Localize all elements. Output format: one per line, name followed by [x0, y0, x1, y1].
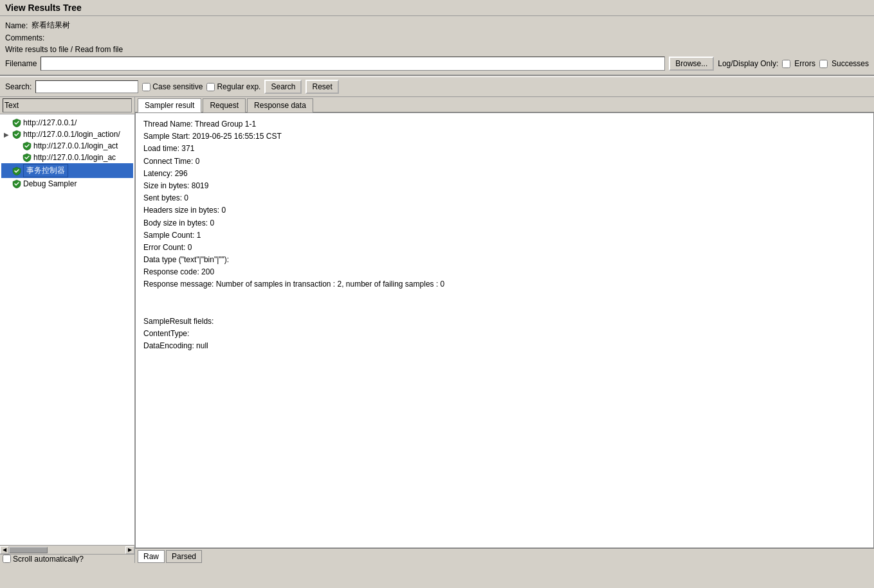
content-line: Body size in bytes: 0 — [143, 217, 866, 229]
shield-icon — [12, 129, 22, 139]
filename-input[interactable] — [41, 57, 665, 71]
browse-button[interactable]: Browse... — [669, 57, 714, 71]
name-label: Name: — [5, 21, 28, 30]
scroll-right-arrow[interactable]: ▶ — [125, 546, 134, 554]
content-line: DataEncoding: null — [143, 340, 866, 352]
content-line: Response code: 200 — [143, 266, 866, 278]
scroll-left-arrow[interactable]: ◀ — [0, 546, 9, 554]
scroll-auto-bar: Scroll automatically? — [0, 554, 134, 563]
left-panel: Text http://127.0.0.1/▶http://127.0.0.1/… — [0, 97, 135, 563]
window-title: View Results Tree — [5, 3, 82, 13]
content-line: SampleResult fields: — [143, 316, 866, 328]
log-display-label: Log/Display Only: — [718, 59, 778, 68]
content-line: Data type ("text"|"bin"|""): — [143, 254, 866, 266]
tree-item-label: http://127.0.0.1/login_act — [33, 141, 118, 150]
shield-icon — [12, 118, 22, 128]
errors-checkbox[interactable] — [782, 60, 790, 68]
header-section: Name: 察看结果树 Comments: Write results to f… — [0, 16, 874, 75]
name-row: Name: 察看结果树 — [5, 19, 869, 32]
content-line: Size in bytes: 8019 — [143, 180, 866, 192]
bottom-tab-raw[interactable]: Raw — [138, 550, 165, 563]
case-sensitive-label[interactable]: Case sensitive — [142, 82, 203, 91]
content-line — [143, 291, 866, 303]
content-line: Connect Time: 0 — [143, 156, 866, 168]
regular-exp-label[interactable]: Regular exp. — [206, 82, 260, 91]
regular-exp-checkbox[interactable] — [206, 83, 215, 91]
shield-icon — [22, 152, 32, 163]
tree-item-label: http://127.0.0.1/login_action/ — [23, 130, 120, 139]
tab-content: Thread Name: Thread Group 1-1Sample Star… — [135, 112, 874, 548]
text-dropdown[interactable]: Text — [3, 98, 132, 112]
reset-button[interactable]: Reset — [305, 80, 338, 94]
content-line — [143, 303, 866, 316]
successes-label: Successes — [832, 59, 869, 68]
content-line: Thread Name: Thread Group 1-1 — [143, 118, 866, 130]
content-line: Headers size in bytes: 0 — [143, 204, 866, 217]
write-results-label: Write results to file / Read from file — [5, 44, 869, 55]
tree-item-label: http://127.0.0.1/login_ac — [33, 153, 116, 162]
tree-container[interactable]: http://127.0.0.1/▶http://127.0.0.1/login… — [0, 114, 134, 545]
right-panel: Sampler resultRequestResponse data Threa… — [135, 97, 874, 563]
content-line: Load time: 371 — [143, 143, 866, 155]
successes-checkbox[interactable] — [819, 60, 828, 68]
tab-response[interactable]: Response data — [247, 98, 313, 112]
tree-item[interactable]: http://127.0.0.1/login_ac — [12, 152, 133, 163]
tab-sampler[interactable]: Sampler result — [138, 98, 201, 112]
left-panel-header: Text — [0, 97, 134, 114]
log-display-row: Log/Display Only: Errors Successes — [718, 59, 869, 68]
scroll-thumb[interactable] — [9, 547, 48, 553]
shield-icon — [12, 179, 22, 189]
filename-label: Filename — [5, 59, 37, 68]
search-input[interactable] — [35, 80, 138, 93]
tree-item-label: http://127.0.0.1/ — [23, 118, 77, 127]
content-line: Sample Count: 1 — [143, 229, 866, 242]
content-line: Error Count: 0 — [143, 242, 866, 254]
content-line: Sample Start: 2019-06-25 16:55:15 CST — [143, 130, 866, 143]
scroll-auto-label[interactable]: Scroll automatically? — [3, 555, 84, 564]
tree-item[interactable]: Debug Sampler — [1, 178, 133, 190]
search-bar: Search: Case sensitive Regular exp. Sear… — [0, 77, 874, 97]
content-line: Response message: Number of samples in t… — [143, 278, 866, 290]
name-value: 察看结果树 — [32, 20, 70, 31]
tree-item-label: Debug Sampler — [23, 179, 77, 188]
main-layout: Text http://127.0.0.1/▶http://127.0.0.1/… — [0, 97, 874, 563]
shield-icon — [12, 166, 22, 176]
tree-item[interactable]: ▶http://127.0.0.1/login_action/ — [1, 129, 133, 140]
bottom-tab-parsed[interactable]: Parsed — [166, 550, 202, 563]
shield-icon — [22, 141, 32, 151]
tree-item[interactable]: http://127.0.0.1/ — [1, 117, 133, 129]
case-sensitive-checkbox[interactable] — [142, 83, 150, 91]
search-label: Search: — [5, 82, 32, 91]
title-bar: View Results Tree — [0, 0, 874, 16]
left-scrollbar[interactable]: ◀ ▶ — [0, 545, 134, 554]
tabs-header: Sampler resultRequestResponse data — [135, 97, 874, 112]
tab-request[interactable]: Request — [203, 98, 246, 112]
content-line: Sent bytes: 0 — [143, 192, 866, 204]
tree-item[interactable]: 事务控制器 — [1, 163, 133, 178]
comments-label: Comments: — [5, 33, 44, 42]
bottom-tabs: RawParsed — [135, 548, 874, 563]
tree-expand-icon: ▶ — [3, 130, 10, 138]
tree-item[interactable]: http://127.0.0.1/login_act — [12, 140, 133, 152]
comments-row: Comments: — [5, 32, 869, 44]
scroll-auto-checkbox[interactable] — [3, 555, 11, 563]
content-line: ContentType: — [143, 328, 866, 340]
filename-row: Filename Browse... Log/Display Only: Err… — [5, 55, 869, 72]
search-button[interactable]: Search — [264, 80, 302, 94]
errors-label: Errors — [794, 59, 815, 68]
content-line: Latency: 296 — [143, 168, 866, 180]
tree-item-label: 事务控制器 — [23, 164, 68, 177]
